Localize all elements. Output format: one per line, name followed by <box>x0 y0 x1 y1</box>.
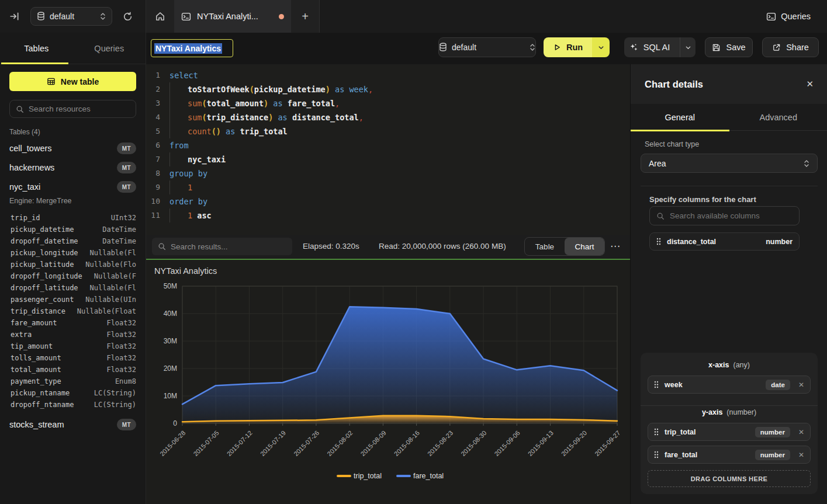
table-row-stocks-stream[interactable]: stocks_stream MT <box>9 418 136 432</box>
save-button[interactable]: Save <box>705 37 753 57</box>
table-name: hackernews <box>9 163 117 172</box>
table-row-cell-towers[interactable]: cell_towers MT <box>9 141 136 155</box>
chart-type-select[interactable]: Area <box>641 154 818 173</box>
column-type: UInt32 <box>111 214 136 222</box>
axis-column-type-badge: number <box>755 427 790 437</box>
table-row-hackernews[interactable]: hackernews MT <box>9 161 136 175</box>
run-options-button[interactable] <box>592 37 610 57</box>
remove-icon[interactable]: ✕ <box>798 428 804 436</box>
new-tab-button[interactable]: + <box>291 0 319 33</box>
code-line: 111 asc <box>146 208 630 223</box>
tab-general[interactable]: General <box>631 104 729 130</box>
tab-nytaxi-analytics[interactable]: NYTaxi Analyti... <box>174 0 291 33</box>
available-column-distance-total[interactable]: distance_total number <box>649 232 800 251</box>
columns-search-input[interactable] <box>670 211 793 220</box>
axis-column-name: week <box>665 381 760 389</box>
code-text: count() as trip_total <box>169 124 288 138</box>
share-button-label: Share <box>786 43 809 52</box>
legend-item-fare_total[interactable]: fare_total <box>397 472 444 480</box>
column-row: fare_amountFloat32 <box>11 317 136 329</box>
view-toggle-chart[interactable]: Chart <box>565 238 604 255</box>
remove-icon[interactable]: ✕ <box>798 381 804 389</box>
tables-section-label: Tables (4) <box>9 128 40 136</box>
new-table-button[interactable]: New table <box>9 72 136 91</box>
database-selector[interactable]: default <box>30 7 112 26</box>
tab-tables[interactable]: Tables <box>0 33 73 64</box>
column-type: Nullable(F <box>94 272 136 280</box>
legend-label: fare_total <box>413 472 444 480</box>
code-text: group by <box>169 166 207 180</box>
sidebar-search[interactable] <box>9 100 136 118</box>
sidebar: Tables Queries New table Tables (4) cell… <box>0 33 146 504</box>
column-name: passenger_count <box>11 296 85 304</box>
collapse-sidebar-button[interactable] <box>8 11 21 22</box>
column-name: dropoff_ntaname <box>11 401 94 409</box>
run-button[interactable]: Run <box>544 37 592 57</box>
tab-tables-label: Tables <box>24 44 49 53</box>
topbar-right <box>320 0 827 33</box>
remove-icon[interactable]: ✕ <box>798 451 804 459</box>
column-type: LC(String) <box>94 389 136 397</box>
sql-ai-options-button[interactable] <box>680 37 695 57</box>
chevron-down-icon <box>685 44 691 51</box>
sql-ai-button[interactable]: SQL AI <box>624 37 674 57</box>
line-number: 2 <box>146 82 169 96</box>
query-database-selector[interactable]: default <box>438 37 536 57</box>
column-name: trip_id <box>11 214 111 222</box>
sidebar-search-input[interactable] <box>29 105 130 113</box>
share-button[interactable]: Share <box>762 37 819 57</box>
column-type: Nullable(Fl <box>90 249 136 257</box>
column-type: number <box>766 238 793 246</box>
x-axis-tick-label: 2015-07-12 <box>226 429 254 457</box>
column-type: LC(String) <box>94 401 136 409</box>
chevron-updown-icon <box>804 159 809 168</box>
topbar-left: default <box>0 0 146 33</box>
database-icon <box>439 43 447 52</box>
x-axis-tick-label: 2015-06-28 <box>158 429 186 457</box>
x-axis-title: x-axis (any) <box>648 361 811 369</box>
columns-label: Specify columns for the chart <box>649 195 756 204</box>
code-text: sum(total_amount) as fare_total, <box>169 96 340 110</box>
y-axis-tick-label: 10M <box>164 392 177 400</box>
drag-handle-icon <box>654 451 659 458</box>
x-axis-item-week[interactable]: week date ✕ <box>648 376 811 394</box>
columns-search[interactable] <box>649 206 800 225</box>
drag-columns-drop-zone[interactable]: DRAG COLUMNS HERE <box>648 470 811 487</box>
column-type: Float32 <box>106 331 136 339</box>
y-axis-item-fare-total[interactable]: fare_total number ✕ <box>648 446 811 464</box>
results-search[interactable] <box>152 238 292 255</box>
queries-button[interactable]: Queries <box>766 8 811 25</box>
query-title-input[interactable]: NYTaxi Analytics <box>151 39 233 57</box>
code-line: 10order by <box>146 194 630 208</box>
close-icon[interactable]: ✕ <box>806 79 814 89</box>
area-chart: 010M20M30M40M50M2015-06-282015-07-052015… <box>146 260 630 504</box>
more-options-icon[interactable]: ⋯ <box>610 240 621 252</box>
tab-queries[interactable]: Queries <box>73 33 146 64</box>
home-button[interactable] <box>146 0 174 33</box>
column-row: dropoff_datetimeDateTime <box>11 235 136 247</box>
code-line: 7nyc_taxi <box>146 152 630 166</box>
code-line: 5count() as trip_total <box>146 124 630 138</box>
table-name: cell_towers <box>9 144 117 153</box>
refresh-button[interactable] <box>120 10 134 23</box>
view-toggle-table[interactable]: Table <box>525 238 565 255</box>
line-number: 11 <box>146 208 169 223</box>
divider <box>641 405 818 406</box>
x-axis-tick-label: 2015-08-30 <box>459 429 487 457</box>
query-database-value: default <box>452 43 525 52</box>
chart-title: NYTaxi Analytics <box>154 266 217 276</box>
console-icon <box>181 12 191 22</box>
chart-type-label: Select chart type <box>645 140 699 148</box>
y-axis-tick-label: 40M <box>164 310 177 318</box>
line-number: 9 <box>146 180 169 194</box>
sql-editor[interactable]: 1select2toStartOfWeek(pickup_datetime) a… <box>146 64 630 235</box>
tab-advanced[interactable]: Advanced <box>729 104 827 130</box>
y-axis-item-trip-total[interactable]: trip_total number ✕ <box>648 423 811 441</box>
column-name: pickup_datetime <box>11 225 102 234</box>
results-search-input[interactable] <box>171 242 286 251</box>
code-text: 1 <box>169 180 192 194</box>
code-text: 1 asc <box>169 208 212 223</box>
column-type: Float32 <box>106 354 136 362</box>
table-row-nyc-taxi[interactable]: nyc_taxi MT <box>9 180 136 194</box>
legend-item-trip_total[interactable]: trip_total <box>338 472 382 480</box>
